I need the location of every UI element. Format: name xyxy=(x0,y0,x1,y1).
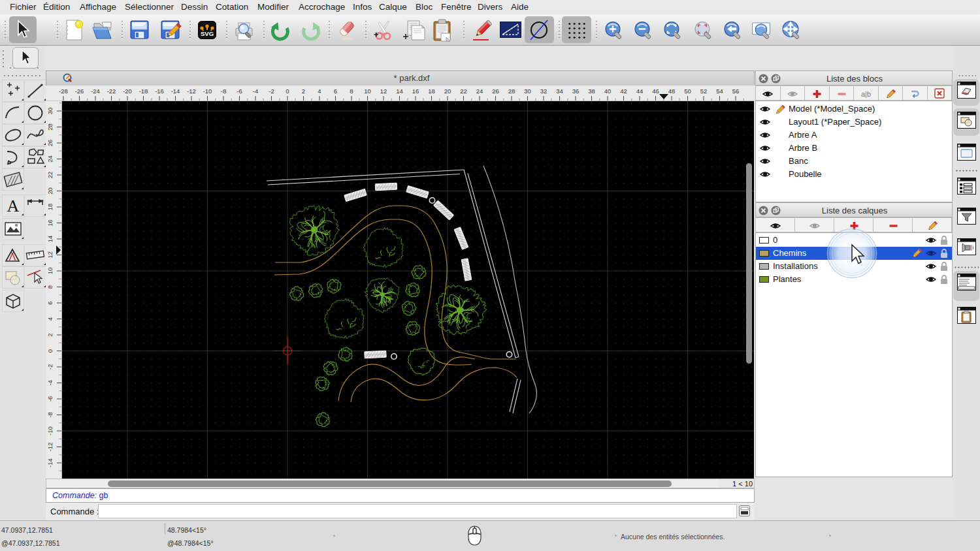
svg-text:2: 2 xyxy=(46,333,54,336)
svg-text:-2: -2 xyxy=(269,87,274,95)
svg-text:-2: -2 xyxy=(46,364,54,370)
svg-text:6: 6 xyxy=(46,301,54,304)
svg-text:36: 36 xyxy=(572,87,580,95)
svg-text:2: 2 xyxy=(302,87,305,95)
svg-text:38: 38 xyxy=(588,87,595,95)
svg-text:-18: -18 xyxy=(139,87,148,95)
svg-text:32: 32 xyxy=(540,87,547,95)
svg-text:-26: -26 xyxy=(75,87,84,95)
svg-text:14: 14 xyxy=(46,236,54,243)
svg-text:-12: -12 xyxy=(187,87,196,95)
svg-text:24: 24 xyxy=(476,87,483,95)
svg-text:22: 22 xyxy=(460,87,467,95)
svg-text:-4: -4 xyxy=(46,380,54,385)
svg-text:-8: -8 xyxy=(221,87,226,95)
svg-text:56: 56 xyxy=(732,87,740,95)
svg-text:0: 0 xyxy=(46,349,54,353)
svg-text:52: 52 xyxy=(700,87,708,95)
svg-text:-12: -12 xyxy=(46,443,54,452)
svg-text:-28: -28 xyxy=(59,87,68,95)
svg-text:46: 46 xyxy=(652,87,659,95)
svg-text:-8: -8 xyxy=(46,412,54,417)
svg-text:30: 30 xyxy=(46,108,54,115)
svg-text:18: 18 xyxy=(428,87,435,95)
svg-text:0: 0 xyxy=(286,87,289,95)
svg-text:12: 12 xyxy=(46,251,54,259)
svg-text:24: 24 xyxy=(46,155,54,163)
svg-text:-14: -14 xyxy=(171,87,180,95)
svg-text:4: 4 xyxy=(46,317,54,321)
svg-text:A: A xyxy=(7,197,20,215)
svg-text:40: 40 xyxy=(604,87,612,95)
svg-text:-14: -14 xyxy=(46,458,54,467)
svg-text:12: 12 xyxy=(380,87,387,95)
svg-text:50: 50 xyxy=(684,87,691,95)
svg-text:44: 44 xyxy=(636,87,644,95)
svg-text:10: 10 xyxy=(364,87,371,95)
svg-text:4: 4 xyxy=(318,87,321,95)
svg-text:20: 20 xyxy=(444,87,451,95)
svg-text:20: 20 xyxy=(46,187,54,195)
svg-text:16: 16 xyxy=(412,87,419,95)
svg-text:-22: -22 xyxy=(107,87,116,95)
svg-text:22: 22 xyxy=(46,172,54,179)
svg-text:-20: -20 xyxy=(123,87,132,95)
svg-text:SVG: SVG xyxy=(201,30,214,37)
svg-text:16: 16 xyxy=(46,219,54,227)
svg-text:18: 18 xyxy=(46,204,54,211)
svg-text:8: 8 xyxy=(46,285,54,289)
svg-text:-10: -10 xyxy=(46,426,54,435)
svg-text:54: 54 xyxy=(716,87,723,95)
svg-text:26: 26 xyxy=(492,87,499,95)
svg-text:-6: -6 xyxy=(237,87,242,95)
svg-text:28: 28 xyxy=(46,123,54,131)
svg-text:-10: -10 xyxy=(203,87,212,95)
svg-text:-6: -6 xyxy=(46,396,54,401)
svg-text:-4: -4 xyxy=(253,87,258,95)
svg-text:48: 48 xyxy=(668,87,676,95)
svg-text:-16: -16 xyxy=(155,87,164,95)
svg-text:42: 42 xyxy=(620,87,627,95)
svg-text:10: 10 xyxy=(46,268,54,275)
svg-text:14: 14 xyxy=(396,87,403,95)
svg-text:26: 26 xyxy=(46,140,54,147)
svg-text:8: 8 xyxy=(350,87,353,95)
svg-text:28: 28 xyxy=(508,87,515,95)
svg-text:30: 30 xyxy=(524,87,531,95)
svg-text:a|b: a|b xyxy=(861,90,871,98)
svg-text:6: 6 xyxy=(334,87,337,95)
svg-text:34: 34 xyxy=(556,87,563,95)
svg-text:-24: -24 xyxy=(91,87,100,95)
